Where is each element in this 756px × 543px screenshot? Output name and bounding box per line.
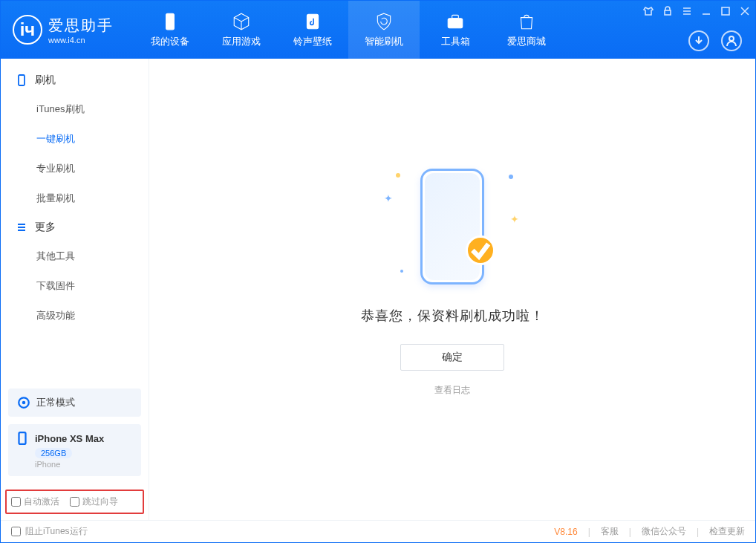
success-check-icon xyxy=(466,235,495,265)
header-action-circles xyxy=(688,30,742,51)
version-label: V8.16 xyxy=(554,527,577,537)
auto-activate-input[interactable] xyxy=(11,497,21,507)
sidebar-item-other-tools[interactable]: 其他工具 xyxy=(1,241,149,271)
decor-dot xyxy=(396,173,400,178)
header: iч 爱思助手 www.i4.cn 我的设备 应用游戏 铃声壁纸 智能刷机 xyxy=(1,1,755,59)
decor-dot xyxy=(400,270,403,273)
device-phone-icon xyxy=(16,432,29,445)
logo-area: iч 爱思助手 www.i4.cn xyxy=(1,1,134,59)
svg-point-6 xyxy=(729,36,734,41)
shield-refresh-icon xyxy=(374,11,394,32)
i4-logo-icon: iч xyxy=(13,15,42,45)
sidebar: 刷机 iTunes刷机 一键刷机 专业刷机 批量刷机 更多 其他工具 下载固件 … xyxy=(1,59,149,520)
download-icon[interactable] xyxy=(688,30,709,51)
svg-rect-5 xyxy=(722,7,729,15)
device-row: iPhone XS Max xyxy=(16,432,134,445)
decor-dot xyxy=(509,175,513,179)
divider: | xyxy=(629,527,631,537)
top-nav: 我的设备 应用游戏 铃声壁纸 智能刷机 工具箱 爱思商城 xyxy=(134,1,562,59)
sidebar-item-itunes-flash[interactable]: iTunes刷机 xyxy=(1,94,149,124)
svg-rect-7 xyxy=(19,75,25,85)
maximize-icon[interactable] xyxy=(720,5,731,17)
svg-rect-1 xyxy=(307,14,318,29)
device-name: iPhone XS Max xyxy=(35,433,104,444)
customer-service-link[interactable]: 客服 xyxy=(601,525,619,538)
device-capacity: 256GB xyxy=(35,448,72,458)
svg-rect-0 xyxy=(166,13,175,30)
phone-illustration-icon xyxy=(420,169,484,284)
block-itunes-input[interactable] xyxy=(11,527,21,536)
block-itunes-label: 阻止iTunes运行 xyxy=(25,525,88,538)
nav-label: 爱思商城 xyxy=(507,35,546,48)
device-type: iPhone xyxy=(35,460,134,469)
nav-label: 应用游戏 xyxy=(222,35,261,48)
nav-label: 智能刷机 xyxy=(365,35,403,48)
toolbox-icon xyxy=(445,11,466,32)
success-message: 恭喜您，保资料刷机成功啦！ xyxy=(361,307,544,325)
nav-label: 我的设备 xyxy=(151,35,189,48)
ok-button[interactable]: 确定 xyxy=(400,344,504,371)
app-window: iч 爱思助手 www.i4.cn 我的设备 应用游戏 铃声壁纸 智能刷机 xyxy=(0,0,756,543)
cube-icon xyxy=(231,11,252,32)
auto-activate-checkbox[interactable]: 自动激活 xyxy=(11,495,59,508)
sidebar-item-oneclick-flash[interactable]: 一键刷机 xyxy=(1,124,149,154)
nav-label: 工具箱 xyxy=(441,35,470,48)
nav-my-device[interactable]: 我的设备 xyxy=(134,1,206,59)
shopping-bag-icon xyxy=(516,11,537,32)
svg-rect-3 xyxy=(452,15,459,18)
main-panel: ✦ ✦ 恭喜您，保资料刷机成功啦！ 确定 查看日志 xyxy=(149,59,755,520)
mode-card[interactable]: 正常模式 xyxy=(8,388,141,417)
sidebar-item-pro-flash[interactable]: 专业刷机 xyxy=(1,154,149,183)
nav-label: 铃声壁纸 xyxy=(293,35,332,48)
body: 刷机 iTunes刷机 一键刷机 专业刷机 批量刷机 更多 其他工具 下载固件 … xyxy=(1,59,755,520)
app-name-cn: 爱思助手 xyxy=(48,16,114,36)
menu-icon[interactable] xyxy=(681,5,693,17)
lock-icon[interactable] xyxy=(662,5,674,17)
svg-rect-4 xyxy=(665,10,671,15)
sidebar-group-flash: 刷机 xyxy=(1,66,149,94)
list-icon xyxy=(16,221,27,233)
nav-store[interactable]: 爱思商城 xyxy=(491,1,562,59)
svg-point-9 xyxy=(22,401,26,405)
mode-label: 正常模式 xyxy=(36,396,75,409)
flash-options-highlight: 自动激活 跳过向导 xyxy=(5,490,144,514)
nav-toolbox[interactable]: 工具箱 xyxy=(420,1,491,59)
sidebar-group-title: 更多 xyxy=(35,221,56,234)
minimize-icon[interactable] xyxy=(700,5,712,17)
auto-activate-label: 自动激活 xyxy=(24,495,59,508)
footer-right: V8.16 | 客服 | 微信公众号 | 检查更新 xyxy=(554,525,745,538)
skip-guide-input[interactable] xyxy=(70,497,79,507)
sparkle-icon: ✦ xyxy=(510,213,519,225)
sidebar-group-more: 更多 xyxy=(1,213,149,241)
sidebar-bottom: 正常模式 iPhone XS Max 256GB iPhone xyxy=(1,381,149,484)
nav-ringtones-wallpapers[interactable]: 铃声壁纸 xyxy=(277,1,348,59)
block-itunes-checkbox[interactable]: 阻止iTunes运行 xyxy=(11,525,88,538)
app-name-en: www.i4.cn xyxy=(48,36,114,45)
divider: | xyxy=(697,527,699,537)
user-icon[interactable] xyxy=(721,30,742,51)
check-update-link[interactable]: 检查更新 xyxy=(709,525,745,538)
logo-text: 爱思助手 www.i4.cn xyxy=(48,16,114,45)
skip-guide-checkbox[interactable]: 跳过向导 xyxy=(70,495,118,508)
sidebar-item-advanced[interactable]: 高级功能 xyxy=(1,301,149,331)
view-log-link[interactable]: 查看日志 xyxy=(434,384,470,397)
device-card[interactable]: iPhone XS Max 256GB iPhone xyxy=(8,424,141,476)
sidebar-group-title: 刷机 xyxy=(35,74,56,87)
svg-rect-2 xyxy=(448,19,463,28)
window-controls xyxy=(642,5,751,17)
footer: 阻止iTunes运行 V8.16 | 客服 | 微信公众号 | 检查更新 xyxy=(1,520,755,542)
device-icon xyxy=(16,74,27,86)
sidebar-item-batch-flash[interactable]: 批量刷机 xyxy=(1,183,149,213)
music-file-icon xyxy=(302,11,323,32)
nav-smart-flash[interactable]: 智能刷机 xyxy=(348,1,420,59)
sidebar-item-download-firmware[interactable]: 下载固件 xyxy=(1,271,149,301)
sidebar-sections: 刷机 iTunes刷机 一键刷机 专业刷机 批量刷机 更多 其他工具 下载固件 … xyxy=(1,59,149,381)
phone-icon xyxy=(160,11,180,32)
svg-rect-10 xyxy=(19,432,26,444)
success-illustration: ✦ ✦ xyxy=(378,160,527,293)
nav-apps-games[interactable]: 应用游戏 xyxy=(206,1,277,59)
sparkle-icon: ✦ xyxy=(384,192,393,204)
close-icon[interactable] xyxy=(739,5,751,17)
wechat-link[interactable]: 微信公众号 xyxy=(642,525,686,538)
shirt-icon[interactable] xyxy=(642,5,654,17)
